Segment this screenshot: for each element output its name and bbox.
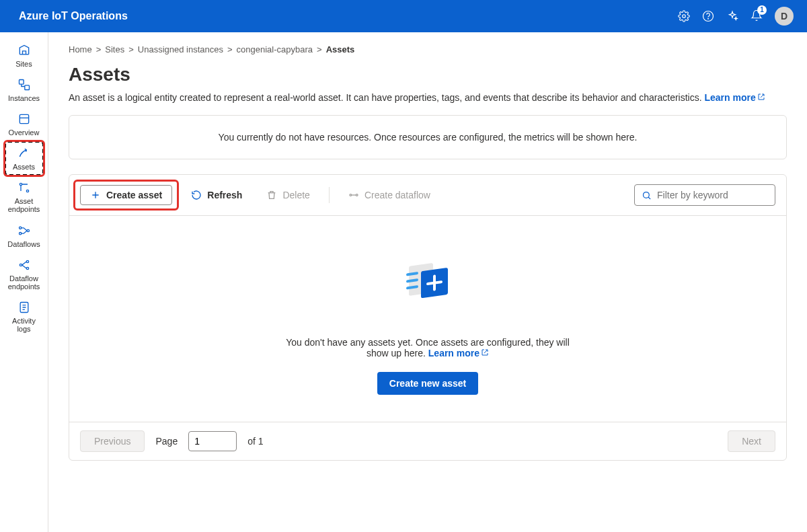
filter-input[interactable]	[657, 190, 775, 200]
main-content: Home > Sites > Unassigned instances > co…	[48, 32, 807, 532]
create-asset-button[interactable]: Create asset	[80, 185, 172, 205]
page-label: Page	[155, 436, 178, 447]
sidebar-item-sites[interactable]: Sites	[5, 39, 43, 72]
app-title: Azure IoT Operations	[19, 10, 128, 22]
assets-icon	[17, 147, 31, 160]
sidebar-item-label: Dataflow endpoints	[5, 274, 43, 291]
notification-count: 1	[757, 5, 767, 15]
svg-point-10	[27, 229, 29, 231]
svg-point-6	[20, 184, 22, 186]
help-icon[interactable]	[702, 10, 714, 22]
prev-page-button: Previous	[80, 430, 145, 452]
svg-point-9	[19, 232, 21, 234]
sites-icon	[17, 44, 31, 57]
page-description-text: An asset is a logical entity created to …	[69, 92, 702, 103]
button-label: Create asset	[106, 190, 162, 200]
toolbar: Create asset Refresh Delete Create dataf…	[69, 175, 786, 216]
next-page-button: Next	[728, 430, 775, 452]
sidebar-item-dataflow-endpoints[interactable]: Dataflow endpoints	[5, 254, 43, 295]
dataflow-icon	[348, 190, 359, 200]
page-description: An asset is a logical entity created to …	[69, 92, 787, 103]
trash-icon	[266, 190, 277, 200]
empty-state: You don't have any assets yet. Once asse…	[69, 216, 786, 422]
svg-rect-5	[20, 115, 28, 124]
activity-logs-icon	[17, 301, 31, 314]
settings-gear-icon[interactable]	[678, 10, 690, 22]
svg-point-13	[26, 267, 28, 269]
breadcrumb-link[interactable]: Unassigned instances	[138, 44, 223, 54]
sidebar-item-label: Instances	[8, 94, 40, 102]
page-number-input[interactable]	[188, 431, 237, 451]
empty-state-text: You don't have any assets yet. Once asse…	[280, 337, 576, 358]
svg-point-17	[644, 192, 650, 198]
svg-point-16	[356, 194, 358, 196]
svg-point-1	[703, 11, 714, 22]
page-total: of 1	[247, 436, 263, 447]
svg-point-2	[708, 18, 709, 19]
external-link-icon	[757, 93, 765, 101]
toolbar-divider	[329, 187, 330, 203]
breadcrumb-separator: >	[317, 44, 322, 54]
delete-button: Delete	[261, 186, 315, 204]
sidebar-item-activity-logs[interactable]: Activity logs	[5, 296, 43, 337]
svg-rect-3	[19, 80, 24, 85]
refresh-icon	[191, 190, 202, 200]
breadcrumb-separator: >	[227, 44, 233, 54]
page-title: Assets	[69, 64, 787, 85]
search-icon	[642, 190, 652, 200]
overview-icon	[17, 112, 31, 126]
breadcrumb-separator: >	[128, 44, 134, 54]
breadcrumb-link[interactable]: congenial-capybara	[237, 44, 313, 54]
assets-panel: Create asset Refresh Delete Create dataf…	[69, 174, 787, 461]
user-avatar[interactable]: D	[775, 7, 794, 26]
svg-point-12	[26, 260, 28, 262]
sidebar-item-label: Overview	[9, 128, 40, 137]
plus-icon	[90, 190, 101, 200]
breadcrumb-link[interactable]: Home	[69, 44, 92, 54]
sidebar-item-label: Dataflows	[7, 240, 40, 248]
svg-point-7	[26, 190, 28, 192]
sidebar-item-label: Sites	[15, 60, 32, 68]
asset-endpoints-icon	[17, 181, 31, 194]
sidebar-item-label: Asset endpoints	[5, 197, 43, 213]
breadcrumb-link[interactable]: Sites	[105, 44, 124, 54]
sidebar-item-assets[interactable]: Assets	[5, 142, 43, 175]
breadcrumb-current: Assets	[326, 44, 355, 54]
dataflows-icon	[17, 224, 31, 237]
instances-icon	[17, 78, 31, 91]
metrics-info-text: You currently do not have resources. Onc…	[219, 132, 638, 143]
create-dataflow-button: Create dataflow	[343, 186, 436, 204]
empty-illustration-icon	[394, 250, 461, 317]
button-label: Refresh	[207, 190, 242, 200]
svg-point-11	[20, 264, 22, 266]
sparkle-icon[interactable]	[726, 10, 738, 22]
button-label: Create dataflow	[364, 190, 430, 200]
button-label: Delete	[282, 190, 309, 200]
sidebar-item-dataflows[interactable]: Dataflows	[5, 219, 43, 252]
svg-point-15	[350, 194, 352, 196]
svg-point-8	[19, 227, 21, 229]
app-header: Azure IoT Operations 1 D	[0, 0, 807, 32]
sidebar: Sites Instances Overview Assets Asset en…	[0, 32, 48, 532]
header-actions: 1 D	[678, 7, 794, 26]
dataflow-endpoints-icon	[17, 258, 31, 272]
filter-search-box[interactable]	[634, 184, 775, 206]
breadcrumb: Home > Sites > Unassigned instances > co…	[69, 44, 787, 54]
external-link-icon	[481, 348, 489, 356]
sidebar-item-overview[interactable]: Overview	[5, 108, 43, 141]
sidebar-item-label: Assets	[13, 163, 35, 171]
pagination: Previous Page of 1 Next	[69, 422, 786, 460]
notifications-button[interactable]: 1	[751, 9, 763, 24]
svg-point-0	[683, 15, 686, 18]
breadcrumb-separator: >	[96, 44, 102, 54]
empty-learn-more-link[interactable]: Learn more	[428, 348, 489, 358]
metrics-info-card: You currently do not have resources. Onc…	[69, 115, 787, 159]
learn-more-link[interactable]: Learn more	[705, 92, 765, 103]
refresh-button[interactable]: Refresh	[186, 186, 247, 204]
svg-rect-4	[24, 85, 29, 90]
sidebar-item-label: Activity logs	[5, 317, 43, 333]
sidebar-item-asset-endpoints[interactable]: Asset endpoints	[5, 176, 43, 217]
sidebar-item-instances[interactable]: Instances	[5, 73, 43, 106]
create-new-asset-button[interactable]: Create new asset	[377, 372, 478, 395]
